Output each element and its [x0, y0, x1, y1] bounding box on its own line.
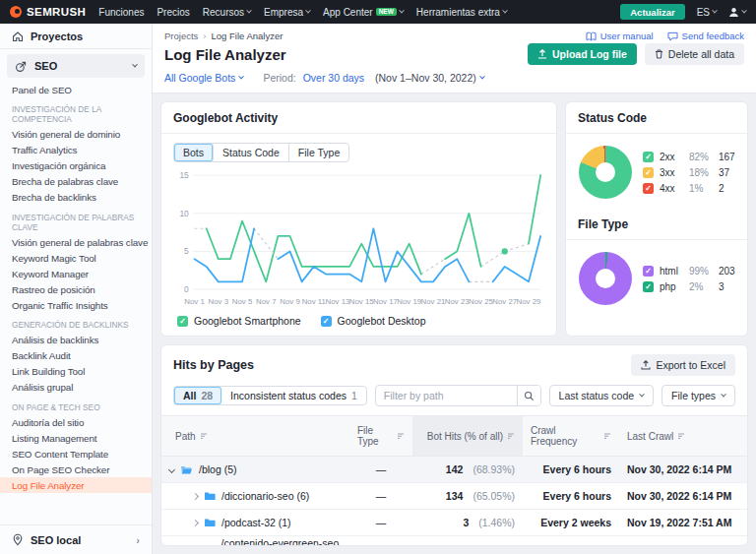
sidebar-item-visi-n-general-de-palabras-clave[interactable]: Visión general de palabras clave [0, 234, 152, 250]
sidebar-item-backlink-audit[interactable]: Backlink Audit [0, 348, 152, 364]
slice-count: 203 [719, 266, 735, 277]
hits-tab-inconsistent-status-codes[interactable]: Inconsistent status codes1 [221, 387, 366, 404]
bots-filter-dropdown[interactable]: All Google Bots [164, 72, 243, 84]
sidebar-item-rastreo-de-posici-n[interactable]: Rastreo de posición [0, 281, 152, 297]
legend-checkbox-icon[interactable]: ✓ [643, 167, 654, 178]
period-value: Over 30 days [303, 72, 364, 84]
sidebar-item-auditor-a-del-sitio[interactable]: Auditoría del sitio [0, 414, 152, 430]
table-row[interactable]: /podcast-32 (1)—3(1.46%)Every 2 weeksNov… [161, 510, 747, 536]
dropdown-last-status-code[interactable]: Last status code [549, 385, 654, 406]
legend-checkbox-icon[interactable]: ✓ [643, 266, 654, 277]
sidebar-section-header: ON PAGE & TECH SEO [0, 396, 152, 414]
sidebar-item-projects[interactable]: Proyectos [0, 24, 152, 49]
hits-tab-all[interactable]: All28 [174, 387, 221, 404]
path-cell[interactable]: /blog (5) [161, 463, 349, 475]
bot-hits-cell: 3(1.46%) [412, 517, 523, 528]
column-header-path[interactable]: Path [161, 416, 349, 456]
path-cell[interactable]: /podcast-32 (1) [161, 517, 349, 528]
sidebar-item-panel-de-seo[interactable]: Panel de SEO [0, 82, 152, 97]
column-header-ft[interactable]: File Type [349, 416, 412, 456]
language-selector[interactable]: ES [697, 7, 717, 18]
hits-by-pages-card: Hits by Pages Export to Excel All28Incon… [160, 344, 748, 546]
chevron-down-icon[interactable] [168, 465, 175, 472]
send-feedback-link[interactable]: Send feedback [667, 31, 744, 41]
top-navbar: SEMRUSH FuncionesPreciosRecursosEmpresaA… [0, 0, 756, 24]
legend-item-googlebot-smartphone[interactable]: ✓Googlebot Smartphone [177, 315, 301, 327]
user-manual-link[interactable]: User manual [586, 31, 654, 41]
path-cell[interactable]: /contenido-evergreen-seo (1) [161, 537, 349, 545]
sidebar-item-investigaci-n-org-nica[interactable]: Investigación orgánica [0, 158, 152, 174]
sidebar-item-seo-content-template[interactable]: SEO Content Template [0, 446, 152, 462]
status-code-title: Status Code [566, 102, 747, 134]
sidebar-section-seo[interactable]: SEO [7, 54, 145, 78]
sidebar-item-organic-traffic-insights[interactable]: Organic Traffic Insights [0, 297, 152, 313]
column-header-freq[interactable]: Crawl Frequency [523, 416, 619, 456]
sidebar-item-listing-management[interactable]: Listing Management [0, 430, 152, 446]
upload-log-file-button[interactable]: Upload Log file [528, 43, 637, 65]
breadcrumb-projects[interactable]: Projects [164, 31, 198, 41]
status-code-legend: ✓2xx82%167✓3xx18%37✓4xx1%2 [643, 152, 735, 194]
period-filter-dropdown[interactable]: Period: Over 30 days (Nov 1–Nov 30, 2022… [263, 72, 483, 84]
sidebar-item-on-page-seo-checker[interactable]: On Page SEO Checker [0, 462, 152, 477]
table-row[interactable]: /blog (5)—142(68.93%)Every 6 hoursNov 30… [161, 457, 747, 483]
legend-checkbox-icon[interactable]: ✓ [321, 316, 332, 327]
filter-by-path-input[interactable] [376, 390, 517, 401]
account-menu[interactable] [728, 7, 746, 18]
dropdown-file-types[interactable]: File types [662, 385, 735, 406]
file-type-section: ✓html99%203✓php2%3 [566, 240, 747, 315]
semrush-logo[interactable]: SEMRUSH [10, 6, 86, 18]
table-row[interactable]: /diccionario-seo (6)—134(65.05%)Every 6 … [161, 483, 747, 510]
nav-item-empresa[interactable]: Empresa [264, 7, 310, 18]
search-button[interactable] [517, 386, 540, 405]
sort-icon [397, 432, 405, 440]
sidebar-item-log-file-analyzer[interactable]: Log File Analyzer [0, 477, 152, 493]
nav-item-herramientas-extra[interactable]: Herramientas extra [416, 7, 507, 18]
slice-label: html [660, 266, 683, 277]
column-header-hits[interactable]: Bot Hits (% of all) [412, 416, 523, 456]
column-label: Bot Hits (% of all) [427, 431, 503, 442]
legend-checkbox-icon[interactable]: ✓ [643, 183, 654, 194]
donut-legend-row-html[interactable]: ✓html99%203 [643, 266, 735, 277]
sidebar-item-brecha-de-backlinks[interactable]: Brecha de backlinks [0, 190, 152, 206]
sidebar-item-seo-local[interactable]: SEO local › [0, 524, 152, 554]
column-header-last[interactable]: Last Crawl [619, 416, 747, 456]
tab-status-code[interactable]: Status Code [214, 144, 289, 161]
main-area: Projects › Log File Analyzer User manual… [153, 24, 756, 554]
legend-item-googlebot-desktop[interactable]: ✓Googlebot Desktop [321, 315, 426, 327]
export-label: Export to Excel [656, 359, 725, 371]
nav-item-precios[interactable]: Precios [157, 7, 189, 18]
svg-text:0: 0 [184, 284, 189, 294]
legend-checkbox-icon[interactable]: ✓ [643, 152, 654, 162]
tab-bots[interactable]: Bots [174, 144, 214, 161]
legend-checkbox-icon[interactable]: ✓ [643, 281, 654, 292]
sidebar-item-link-building-tool[interactable]: Link Building Tool [0, 364, 152, 380]
legend-checkbox-icon[interactable]: ✓ [177, 316, 188, 327]
nav-item-recursos[interactable]: Recursos [203, 7, 251, 18]
sidebar-item-traffic-analytics[interactable]: Traffic Analytics [0, 143, 152, 158]
hits-count: 134 [446, 490, 464, 502]
donut-legend-row-3xx[interactable]: ✓3xx18%37 [643, 167, 735, 178]
nav-item-app-center[interactable]: App CenterNEW [323, 7, 404, 18]
page-title: Log File Analyzer [164, 46, 286, 63]
donut-legend-row-php[interactable]: ✓php2%3 [643, 281, 735, 292]
svg-text:Nov 13: Nov 13 [326, 297, 350, 306]
tab-file-type[interactable]: File Type [289, 144, 348, 161]
sidebar-item-keyword-magic-tool[interactable]: Keyword Magic Tool [0, 250, 152, 266]
table-row[interactable]: /contenido-evergreen-seo (1)—2(0.97%)Eve… [161, 536, 747, 545]
sidebar-item-brecha-de-palabras-clave[interactable]: Brecha de palabras clave [0, 174, 152, 190]
chevron-right-icon[interactable] [192, 492, 199, 499]
sidebar-item-an-lisis-grupal[interactable]: Análisis grupal [0, 380, 152, 396]
donut-legend-row-2xx[interactable]: ✓2xx82%167 [643, 152, 735, 162]
export-to-excel-button[interactable]: Export to Excel [631, 354, 735, 376]
delete-all-data-button[interactable]: Delete all data [645, 43, 744, 65]
chevron-down-icon [721, 392, 726, 398]
donut-legend-row-4xx[interactable]: ✓4xx1%2 [643, 183, 735, 194]
sidebar-item-keyword-manager[interactable]: Keyword Manager [0, 266, 152, 281]
folder-icon [204, 518, 216, 527]
update-button[interactable]: Actualizar [620, 4, 684, 20]
sidebar-item-an-lisis-de-backlinks[interactable]: Análisis de backlinks [0, 333, 152, 348]
chevron-right-icon[interactable] [192, 519, 199, 525]
nav-item-funciones[interactable]: Funciones [98, 7, 144, 18]
path-cell[interactable]: /diccionario-seo (6) [161, 490, 349, 502]
sidebar-item-visi-n-general-de-dominio[interactable]: Visión general de dominio [0, 127, 152, 143]
